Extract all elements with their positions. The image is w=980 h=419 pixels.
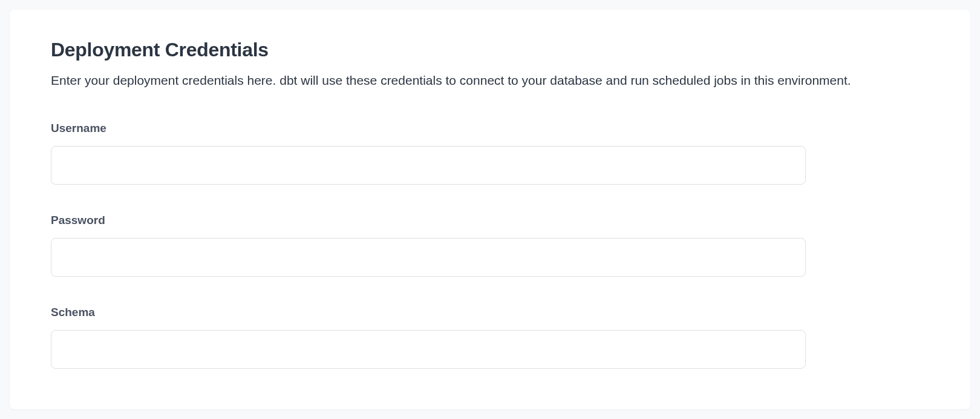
schema-label: Schema (51, 306, 929, 319)
form-group-username: Username (51, 122, 929, 185)
username-input[interactable] (51, 146, 806, 185)
credentials-card: Deployment Credentials Enter your deploy… (10, 10, 970, 409)
password-label: Password (51, 214, 929, 227)
section-title: Deployment Credentials (51, 39, 929, 61)
schema-input[interactable] (51, 330, 806, 369)
form-group-schema: Schema (51, 306, 929, 369)
username-label: Username (51, 122, 929, 135)
section-description: Enter your deployment credentials here. … (51, 71, 929, 90)
form-group-password: Password (51, 214, 929, 277)
password-input[interactable] (51, 238, 806, 277)
